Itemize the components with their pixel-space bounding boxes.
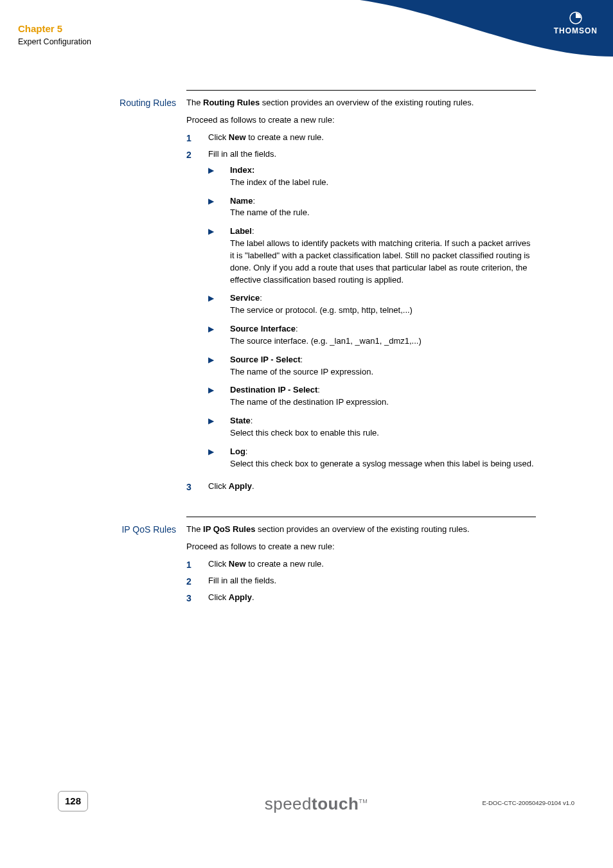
step-number: 1 [186, 132, 208, 145]
field-log: ▶ Log: Select this check box to generate… [208, 446, 536, 470]
section-heading: IP QoS Rules [103, 517, 186, 609]
step-number: 3 [186, 481, 208, 493]
section-ip-qos-rules: IP QoS Rules The IP QoS Rules section pr… [103, 517, 536, 609]
proceed-text: Proceed as follows to create a new rule: [186, 114, 536, 127]
thomson-icon [569, 12, 582, 24]
field-state: ▶ State: Select this check box to enable… [208, 415, 536, 439]
step-number: 3 [186, 592, 208, 605]
field-index: ▶ Index: The index of the label rule. [208, 164, 536, 189]
step-3: 3 Click Apply. [186, 592, 536, 605]
field-destination-ip: ▶ Destination IP - Select: The name of t… [208, 384, 536, 409]
triangle-icon: ▶ [208, 354, 230, 378]
field-source-interface: ▶ Source Interface: The source interface… [208, 323, 536, 348]
intro-text: The IP QoS Rules section provides an ove… [186, 524, 536, 536]
field-label: ▶ Label: The label allows to identify pa… [208, 226, 536, 286]
page-header [0, 0, 613, 57]
section-heading: Routing Rules [103, 90, 186, 497]
triangle-icon: ▶ [208, 384, 230, 409]
step-1: 1 Click New to create a new rule. [186, 132, 536, 145]
triangle-icon: ▶ [208, 164, 230, 189]
field-service: ▶ Service: The service or protocol. (e.g… [208, 292, 536, 317]
triangle-icon: ▶ [208, 195, 230, 220]
header-curve [0, 0, 613, 57]
field-source-ip: ▶ Source IP - Select: The name of the so… [208, 354, 536, 378]
triangle-icon: ▶ [208, 446, 230, 470]
triangle-icon: ▶ [208, 226, 230, 286]
step-3: 3 Click Apply. [186, 481, 536, 493]
step-number: 1 [186, 558, 208, 571]
step-number: 2 [186, 575, 208, 588]
step-1: 1 Click New to create a new rule. [186, 558, 536, 571]
chapter-subtitle: Expert Configuration [18, 36, 91, 48]
brand-logo: THOMSON [554, 12, 598, 37]
step-number: 2 [186, 148, 208, 477]
brand-text: THOMSON [554, 26, 598, 37]
step-2: 2 Fill in all the fields. ▶ Index: The i… [186, 148, 536, 477]
page-footer: 128 speedtouchTM E-DOC-CTC-20050429-0104… [58, 791, 574, 817]
intro-text: The Routing Rules section provides an ov… [186, 97, 536, 109]
triangle-icon: ▶ [208, 323, 230, 348]
triangle-icon: ▶ [208, 415, 230, 439]
proceed-text: Proceed as follows to create a new rule: [186, 541, 536, 553]
triangle-icon: ▶ [208, 292, 230, 317]
field-name: ▶ Name: The name of the rule. [208, 195, 536, 220]
chapter-title: Chapter 5 [18, 22, 62, 36]
step-2: 2 Fill in all the fields. [186, 575, 536, 588]
section-routing-rules: Routing Rules The Routing Rules section … [103, 90, 536, 497]
document-reference: E-DOC-CTC-20050429-0104 v1.0 [482, 799, 574, 808]
